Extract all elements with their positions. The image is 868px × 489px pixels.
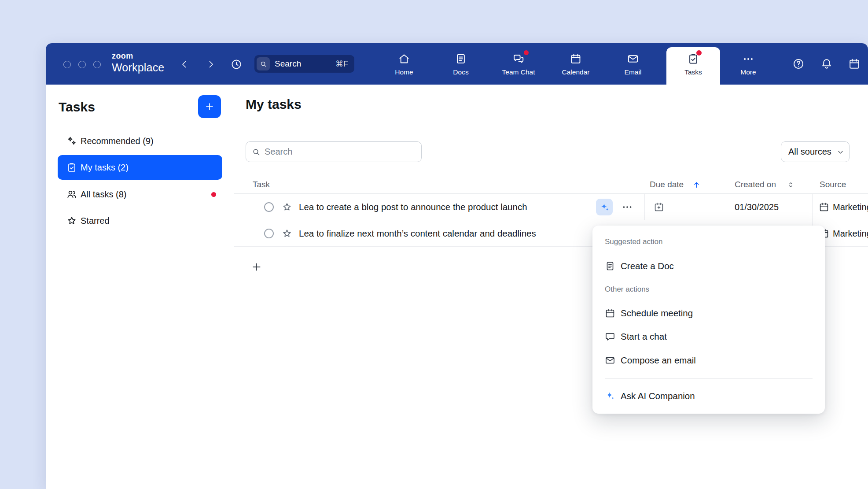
star-icon[interactable] <box>282 228 292 239</box>
created-on-value: 01/30/2025 <box>735 194 779 220</box>
search-icon <box>257 57 270 70</box>
column-header-due-date[interactable]: Due date <box>650 176 684 193</box>
team-chat-notification-badge <box>524 50 529 55</box>
add-task-inline-button[interactable] <box>251 261 263 273</box>
app-window: zoom Workplace Search ⌘F Home <box>46 43 868 489</box>
sidebar-item-my-tasks[interactable]: My tasks (2) <box>58 155 222 180</box>
nav-team-chat[interactable]: Team Chat <box>496 43 541 85</box>
notifications-button[interactable] <box>820 57 833 70</box>
all-tasks-notification-badge <box>211 192 216 197</box>
topbar-search-shortcut: ⌘F <box>335 55 348 73</box>
add-task-button[interactable] <box>198 95 221 118</box>
nav-email-label: Email <box>610 68 656 76</box>
menu-item-start-chat[interactable]: Start a chat <box>596 327 821 346</box>
more-icon <box>743 55 754 63</box>
menu-item-schedule-meeting[interactable]: Schedule meeting <box>596 304 821 323</box>
menu-item-label: Ask AI Companion <box>621 386 695 406</box>
team-chat-icon <box>513 53 525 65</box>
doc-icon <box>605 261 615 271</box>
source-icon <box>819 202 829 212</box>
nav-more[interactable]: More <box>725 43 771 85</box>
chevron-down-icon <box>836 148 845 156</box>
chat-icon <box>605 331 615 342</box>
menu-section-label: Suggested action <box>605 237 662 246</box>
window-control-1[interactable] <box>63 61 71 68</box>
calendar-widget-icon <box>848 58 861 70</box>
menu-section-label: Other actions <box>605 285 649 294</box>
cell-divider <box>644 194 645 220</box>
nav-calendar-label: Calendar <box>553 68 599 76</box>
nav-home[interactable]: Home <box>381 43 427 85</box>
due-date-calendar-icon[interactable] <box>654 202 664 212</box>
nav-home-label: Home <box>381 68 427 76</box>
back-button[interactable] <box>178 58 191 71</box>
menu-item-ask-ai-companion[interactable]: Ask AI Companion <box>596 386 821 406</box>
sort-icon[interactable] <box>787 181 795 189</box>
sources-dropdown[interactable]: All sources <box>781 141 850 162</box>
task-checkbox[interactable] <box>264 202 274 212</box>
menu-item-create-doc[interactable]: Create a Doc <box>596 256 821 276</box>
task-search-box <box>246 141 422 162</box>
sparkles-icon <box>66 136 77 146</box>
nav-team-chat-label: Team Chat <box>496 68 541 76</box>
topbar-search[interactable]: Search ⌘F <box>254 55 354 73</box>
window-control-3[interactable] <box>93 61 101 68</box>
ai-companion-button[interactable] <box>596 199 613 215</box>
task-title: Lea to finalize next month’s content cal… <box>299 220 536 247</box>
plus-icon <box>251 261 262 273</box>
more-actions-button[interactable] <box>622 202 634 212</box>
column-header-source: Source <box>820 176 846 193</box>
menu-item-label: Compose an email <box>621 351 696 370</box>
cell-divider <box>726 194 726 220</box>
help-button[interactable] <box>792 57 805 70</box>
email-icon <box>605 355 615 366</box>
tab-tasks-label: Tasks <box>666 68 720 76</box>
nav-more-label: More <box>725 68 771 76</box>
menu-item-label: Create a Doc <box>621 256 674 276</box>
history-button[interactable] <box>230 58 243 71</box>
menu-item-compose-email[interactable]: Compose an email <box>596 351 821 370</box>
star-icon[interactable] <box>282 202 292 212</box>
source-value: Marketing <box>833 220 868 247</box>
people-icon <box>66 189 77 200</box>
zoom-workplace-logo: zoom Workplace <box>112 52 164 73</box>
sidebar-title: Tasks <box>59 100 95 115</box>
table-row[interactable]: Lea to create a blog post to announce th… <box>234 194 868 220</box>
task-search-input[interactable] <box>265 142 416 161</box>
nav-email[interactable]: Email <box>610 43 656 85</box>
page-title: My tasks <box>246 97 302 112</box>
tab-tasks[interactable]: Tasks <box>666 47 720 85</box>
home-icon <box>398 53 410 65</box>
ai-sparkle-icon <box>605 391 615 401</box>
nav-docs-label: Docs <box>438 68 484 76</box>
sidebar-item-label: Starred <box>81 208 110 233</box>
email-icon <box>627 53 639 65</box>
sort-asc-icon[interactable] <box>692 180 701 189</box>
topbar: zoom Workplace Search ⌘F Home <box>46 43 868 85</box>
calendar-icon <box>570 53 582 65</box>
star-icon <box>66 215 77 226</box>
chevron-left-icon <box>179 59 190 70</box>
sidebar: Tasks Recommended (9) My tasks (2) All t… <box>46 85 234 489</box>
cell-divider <box>812 194 813 220</box>
column-header-created-on[interactable]: Created on <box>735 176 776 193</box>
sidebar-item-all-tasks[interactable]: All tasks (8) <box>58 182 222 207</box>
window-control-2[interactable] <box>78 61 86 68</box>
nav-docs[interactable]: Docs <box>438 43 484 85</box>
ai-sparkle-icon <box>600 202 610 212</box>
source-value: Marketing <box>833 194 868 220</box>
task-checkbox[interactable] <box>264 229 274 238</box>
bell-icon <box>820 58 833 70</box>
forward-button[interactable] <box>204 58 217 71</box>
ai-actions-menu: Suggested action Create a Doc Other acti… <box>592 226 825 414</box>
sidebar-item-recommended[interactable]: Recommended (9) <box>58 129 222 153</box>
menu-item-label: Start a chat <box>621 327 667 346</box>
ellipsis-icon <box>622 203 633 211</box>
plus-icon <box>204 101 215 112</box>
menu-divider <box>605 378 813 379</box>
calendar-widget-button[interactable] <box>848 57 861 70</box>
column-header-task: Task <box>253 176 270 193</box>
sidebar-item-starred[interactable]: Starred <box>58 208 222 233</box>
help-icon <box>792 58 805 70</box>
nav-calendar[interactable]: Calendar <box>553 43 599 85</box>
